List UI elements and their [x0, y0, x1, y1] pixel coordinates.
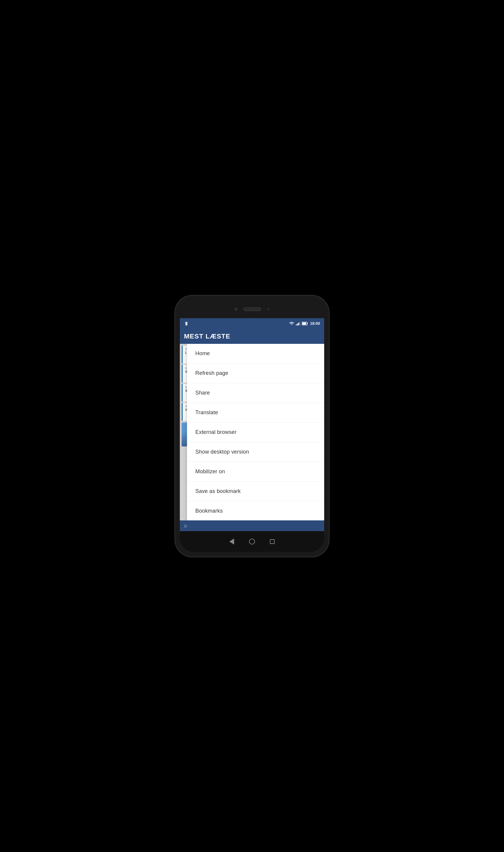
app-notification-icon	[184, 321, 189, 326]
menu-item-save-as-bookmark[interactable]: Save as bookmark	[187, 482, 324, 501]
front-camera	[234, 308, 237, 311]
home-icon	[249, 539, 255, 545]
menu-item-refresh-page[interactable]: Refresh page	[187, 364, 324, 383]
svg-point-3	[187, 322, 187, 323]
menu-item-external-browser[interactable]: External browser	[187, 422, 324, 442]
status-indicators: ⚡ 18:00	[289, 321, 320, 326]
earpiece-speaker	[244, 307, 261, 311]
back-icon	[229, 539, 234, 545]
signal-icon	[296, 322, 300, 325]
wifi-icon	[289, 322, 294, 325]
svg-rect-9	[307, 323, 308, 324]
context-menu: Home Refresh page Share Translate Extern…	[187, 344, 324, 520]
home-app-icon[interactable]: ⌂	[184, 523, 187, 528]
app-title: MEST LÆSTE	[184, 332, 230, 340]
home-button[interactable]	[249, 539, 255, 545]
svg-rect-7	[300, 322, 300, 325]
phone-inner: ⚡ 18:00 MEST LÆSTE 11 · Sp	[180, 300, 324, 552]
app-content-area: 11 · Sp L s 11 · Sp St	[180, 344, 324, 520]
recents-button[interactable]	[270, 539, 275, 544]
svg-rect-5	[297, 324, 298, 325]
svg-rect-4	[296, 324, 297, 325]
menu-item-bookmarks[interactable]: Bookmarks	[187, 501, 324, 520]
recents-icon	[270, 539, 275, 544]
svg-rect-6	[298, 323, 299, 325]
status-bar: ⚡ 18:00	[180, 318, 324, 329]
menu-item-mobilizer-on[interactable]: Mobilizer on	[187, 462, 324, 482]
clock: 18:00	[310, 321, 320, 326]
sensor	[267, 308, 270, 310]
svg-point-0	[185, 322, 187, 324]
menu-item-home[interactable]: Home	[187, 344, 324, 364]
bottom-bezel	[180, 531, 324, 552]
menu-item-show-desktop-version[interactable]: Show desktop version	[187, 442, 324, 462]
svg-rect-11	[302, 322, 306, 324]
top-bezel	[180, 300, 324, 318]
phone-device: ⚡ 18:00 MEST LÆSTE 11 · Sp	[175, 295, 329, 557]
battery-icon: ⚡	[302, 322, 308, 325]
bottom-app-bar: ⌂	[180, 520, 324, 531]
back-button[interactable]	[229, 539, 234, 545]
app-header: MEST LÆSTE	[180, 329, 324, 344]
svg-rect-1	[185, 324, 187, 325]
menu-item-share[interactable]: Share	[187, 383, 324, 403]
screen: ⚡ 18:00 MEST LÆSTE 11 · Sp	[180, 318, 324, 531]
svg-point-2	[185, 322, 186, 323]
menu-item-translate[interactable]: Translate	[187, 403, 324, 422]
